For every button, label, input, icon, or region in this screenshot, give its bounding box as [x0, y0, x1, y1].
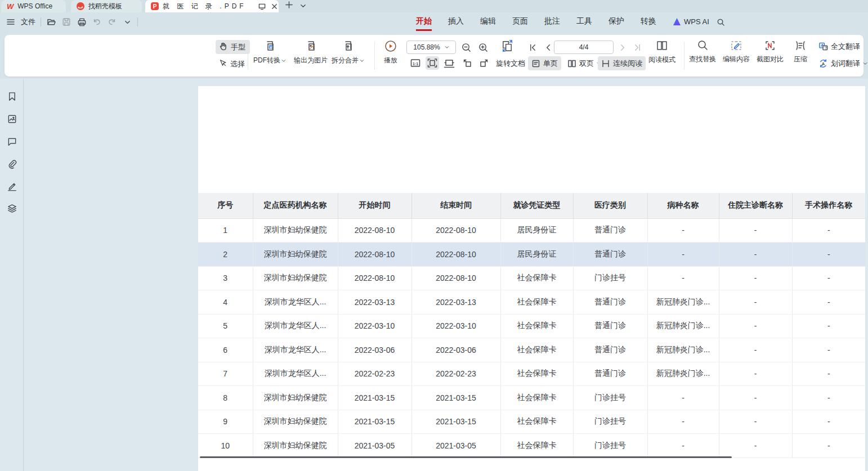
word-translate-button[interactable]: A 划词翻译 [815, 56, 868, 70]
new-tab-icon[interactable] [285, 1, 293, 11]
close-tab-icon[interactable] [271, 3, 278, 10]
export-image-button[interactable]: 输出为图片 [290, 39, 331, 65]
last-page-button[interactable] [630, 41, 644, 54]
next-page-button[interactable] [616, 41, 629, 54]
tab-docer[interactable]: ٮ 找稻壳模板 [71, 0, 142, 12]
table-cell: 3 [198, 266, 253, 290]
table-row[interactable]: 2深圳市妇幼保健院2022-08-102022-08-10居民身份证普通门诊--… [198, 243, 865, 267]
play-button[interactable]: 播放 [378, 39, 403, 65]
table-row[interactable]: 1深圳市妇幼保健院2022-08-102022-08-10居民身份证普通门诊--… [198, 218, 865, 243]
compress-button[interactable]: 压缩 [789, 39, 812, 64]
split-merge-button[interactable]: 拆分合并 [329, 39, 367, 65]
document-title: 就 医 记 录 .PDF [163, 2, 247, 11]
thumbnails-icon[interactable] [7, 114, 17, 124]
docer-icon: ٮ [77, 2, 84, 10]
table-row[interactable]: 10深圳市妇幼保健院2021-03-052021-03-05社会保障卡门诊挂号-… [198, 434, 865, 458]
table-cell: 社会保障卡 [500, 386, 573, 410]
table-cell: 2022-08-10 [411, 243, 500, 267]
undo-icon[interactable] [92, 17, 102, 27]
menu-item-insert[interactable]: 插入 [448, 16, 464, 31]
hand-tool-button[interactable]: 手型 [216, 40, 250, 54]
menu-item-page[interactable]: 页面 [512, 16, 528, 31]
table-cell: 2021-03-05 [338, 434, 411, 458]
find-replace-button[interactable]: 查找替换 [687, 39, 718, 64]
annotate-pen-icon[interactable] [7, 181, 17, 192]
file-menu[interactable]: 文件 [21, 17, 35, 27]
actual-size-button[interactable]: 1:1 [409, 56, 422, 70]
comment-icon[interactable] [7, 136, 17, 147]
table-cell: 2 [198, 243, 253, 267]
menu-item-convert[interactable]: 转换 [641, 16, 656, 31]
tab-document-active[interactable]: P 就 医 记 录 .PDF [145, 0, 279, 12]
divider [41, 17, 41, 26]
horizontal-scrollbar[interactable] [200, 456, 732, 458]
table-cell: 2022-03-10 [338, 314, 411, 338]
monitor-icon[interactable] [258, 3, 266, 10]
column-header: 住院主诊断名称 [719, 193, 792, 218]
search-icon[interactable] [717, 18, 725, 29]
table-row[interactable]: 3深圳市妇幼保健院2022-08-102022-08-10社会保障卡门诊挂号--… [198, 266, 865, 290]
menu-item-tools[interactable]: 工具 [576, 16, 592, 31]
table-cell: 社会保障卡 [500, 434, 573, 458]
menu-item-comment[interactable]: 批注 [544, 16, 560, 31]
table-cell: - [719, 386, 792, 410]
table-cell: 2022-08-10 [338, 266, 411, 290]
svg-text:W: W [270, 46, 272, 49]
table-cell: - [647, 266, 719, 290]
select-tool-button[interactable]: 选择 [216, 57, 250, 71]
redo-icon[interactable] [107, 17, 117, 27]
table-cell: - [647, 386, 719, 410]
fit-width-button[interactable] [442, 56, 456, 70]
pdf-convert-button[interactable]: W PDF转换 [251, 39, 288, 65]
zoom-out-button[interactable] [459, 41, 473, 54]
menu-item-edit[interactable]: 编辑 [480, 16, 496, 31]
bookmark-icon[interactable] [7, 91, 17, 102]
table-row[interactable]: 7深圳市龙华区人...2022-02-232022-02-23社会保障卡普通门诊… [198, 362, 865, 386]
table-row[interactable]: 8深圳市妇幼保健院2021-03-152021-03-15社会保障卡门诊挂号--… [198, 386, 865, 410]
previous-page-button[interactable] [541, 41, 554, 54]
tab-wps-home[interactable]: W WPS Office [1, 0, 66, 12]
page-number-input[interactable]: 4/4 [554, 41, 614, 54]
full-translate-button[interactable]: A字 全文翻译 [815, 39, 863, 53]
open-folder-icon[interactable] [46, 17, 56, 27]
continuous-read-button[interactable]: 连续阅读 [598, 56, 646, 70]
layers-icon[interactable] [7, 203, 17, 214]
table-cell: 新冠肺炎门诊... [647, 362, 719, 386]
full-translate-icon: A字 [818, 42, 828, 51]
first-page-button[interactable] [526, 41, 539, 54]
chevron-down-icon [281, 59, 286, 63]
screenshot-compare-button[interactable]: 截图对比 [754, 39, 786, 64]
menu-item-home[interactable]: 开始 [416, 16, 432, 31]
wps-ai-button[interactable]: WPS AI [673, 17, 709, 26]
rotate-right-button[interactable] [477, 56, 491, 70]
zoom-level-combo[interactable]: 105.88% [406, 41, 456, 54]
tab-list-chevron-icon[interactable] [300, 1, 306, 11]
save-icon[interactable] [61, 17, 71, 27]
zoom-in-button[interactable] [476, 41, 490, 54]
hamburger-menu-icon[interactable] [6, 17, 16, 27]
table-row[interactable]: 9深圳市妇幼保健院2021-03-152021-03-15社会保障卡门诊挂号--… [198, 410, 865, 434]
quick-access-chevron-icon[interactable] [122, 17, 132, 27]
table-cell: 2021-03-15 [411, 410, 500, 434]
rotate-document-button[interactable]: 旋转文档 [493, 56, 529, 70]
fit-page-button[interactable] [426, 56, 439, 70]
menu-item-protect[interactable]: 保护 [609, 16, 624, 31]
attachment-icon[interactable] [7, 159, 17, 169]
main-menu: 开始 插入 编辑 页面 批注 工具 保护 转换 [416, 16, 656, 31]
table-row[interactable]: 6深圳市龙华区人...2022-03-062022-03-06社会保障卡普通门诊… [198, 338, 865, 362]
table-cell: 9 [198, 410, 253, 434]
table-cell: 新冠肺炎门诊... [647, 314, 719, 338]
rotate-left-button[interactable] [460, 56, 474, 70]
table-cell: 普通门诊 [573, 362, 647, 386]
read-mode-button[interactable]: 阅读模式 [645, 39, 679, 65]
table-row[interactable]: 5深圳市龙华区人...2022-03-102022-03-10社会保障卡普通门诊… [198, 314, 865, 338]
divider [374, 42, 375, 70]
chevron-down-icon [445, 45, 449, 50]
single-page-button[interactable]: 单页 [528, 56, 561, 70]
table-row[interactable]: 4深圳市龙华区人...2022-03-132022-03-13社会保障卡普通门诊… [198, 290, 865, 315]
table-cell: 深圳市妇幼保健院 [253, 266, 338, 290]
table-cell: 2021-03-15 [411, 386, 500, 410]
print-icon[interactable] [77, 17, 87, 27]
table-cell: 2021-03-15 [338, 386, 411, 410]
edit-content-button[interactable]: 编辑内容 [721, 39, 752, 64]
